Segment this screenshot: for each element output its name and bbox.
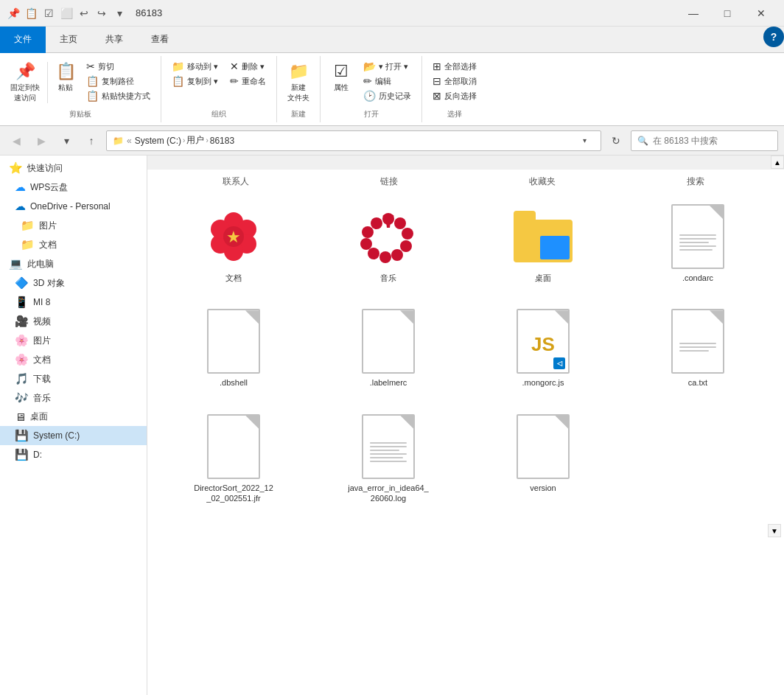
category-row: 联系人 链接 收藏夹 搜索 — [147, 170, 784, 191]
file-item-wendang[interactable]: ★ 文档 — [159, 197, 308, 290]
rename-button[interactable]: ✏ 重命名 — [225, 74, 270, 88]
open-button[interactable]: 📂 ▾ 打开 ▾ — [359, 59, 416, 74]
customize-icon[interactable]: ▾ — [112, 6, 127, 21]
sidebar-item-video[interactable]: 🎥 视频 — [0, 312, 147, 331]
sidebar-item-onedrive[interactable]: ☁ OneDrive - Personal — [0, 197, 147, 216]
sidebar-item-mi8[interactable]: 📱 MI 8 — [0, 293, 147, 312]
folder-doc-icon: 📁 — [21, 238, 35, 251]
file-icon-javaerror — [355, 413, 421, 480]
sidebar-item-wps[interactable]: ☁ WPS云盘 — [0, 178, 147, 197]
tab-view[interactable]: 查看 — [137, 27, 183, 52]
file-icon-version — [510, 413, 576, 480]
scissors-icon: ✂ — [86, 60, 95, 72]
file-item-dbshell[interactable]: .dbshell — [159, 301, 308, 394]
redo-icon[interactable]: ↪ — [94, 6, 109, 21]
file-item-directorsort[interactable]: DirectorSort_2022_12_02_002551.jfr — [159, 407, 308, 511]
tab-share[interactable]: 共享 — [91, 27, 137, 52]
close-button[interactable]: ✕ — [744, 0, 778, 27]
move-icon[interactable]: ⬜ — [59, 6, 74, 21]
sidebar-item-3d[interactable]: 🔷 3D 对象 — [0, 273, 147, 293]
delete-button[interactable]: ✕ 删除 ▾ — [225, 59, 270, 74]
edit-button[interactable]: ✏ 编辑 — [359, 74, 416, 88]
paste-button[interactable]: 📋 粘贴 — [51, 59, 80, 96]
copy-icon[interactable]: 📋 — [24, 6, 38, 21]
sidebar-item-systemc[interactable]: 💾 System (C:) — [0, 426, 147, 445]
help-button[interactable]: ? — [763, 27, 784, 47]
file-name-condarc: .condarc — [682, 273, 713, 283]
file-item-yinyue[interactable]: 音乐 — [314, 197, 463, 290]
ribbon-group-select: ⊞ 全部选择 ⊟ 全部取消 ⊠ 反向选择 选择 — [422, 56, 487, 122]
file-item-condarc[interactable]: .condarc — [623, 197, 772, 290]
phone-icon: 📱 — [15, 296, 29, 309]
organize-label: 组织 — [167, 106, 270, 119]
files-row1: ★ 文档 — [147, 191, 784, 296]
history-button[interactable]: 🕑 历史记录 — [359, 88, 416, 103]
up-button[interactable]: ↑ — [81, 130, 102, 151]
sidebar-label: 桌面 — [30, 411, 48, 423]
folder-icon: 📁 — [113, 136, 124, 146]
file-item-labelmerc[interactable]: .labelmerc — [314, 301, 463, 394]
properties-icon: ☑ — [334, 62, 349, 81]
new-folder-button[interactable]: 📁 新建 文件夹 — [283, 59, 314, 106]
sidebar-item-thispc[interactable]: 💻 此电脑 — [0, 254, 147, 273]
sidebar-label: WPS云盘 — [30, 181, 68, 194]
sidebar-item-drived[interactable]: 💾 D: — [0, 445, 147, 464]
recent-paths-button[interactable]: ▾ — [56, 130, 77, 151]
music-icon: 🎶 — [15, 391, 29, 405]
delete-icon: ✕ — [230, 60, 239, 72]
undo-icon[interactable]: ↩ — [77, 6, 91, 21]
tab-file[interactable]: 文件 — [0, 27, 46, 53]
search-input[interactable] — [653, 136, 771, 146]
search-box[interactable]: 🔍 — [631, 130, 778, 151]
file-item-zhuomian[interactable]: 桌面 — [469, 197, 617, 290]
category-contacts: 联系人 — [159, 172, 312, 191]
copy-to-button[interactable]: 📋 复制到 ▾ — [167, 74, 223, 88]
scroll-up-button[interactable]: ▲ — [771, 156, 784, 169]
sidebar-item-quickaccess[interactable]: ⭐ 快速访问 — [0, 158, 147, 178]
scroll-down-button[interactable]: ▼ — [768, 524, 781, 537]
sidebar-item-desktop[interactable]: 🖥 桌面 — [0, 408, 147, 426]
file-icon-dbshell — [200, 308, 267, 374]
pin-quickaccess-button[interactable]: 📌 固定到快 速访问 — [6, 59, 44, 106]
file-item-mongorc[interactable]: JS ◁ .mongorc.js — [469, 301, 617, 394]
pin-icon[interactable]: 📌 — [6, 6, 21, 21]
sidebar-item-pictures[interactable]: 📁 图片 — [0, 216, 147, 235]
sidebar-item-docs2[interactable]: 🌸 文档 — [0, 350, 147, 369]
file-item-version[interactable]: version — [469, 407, 617, 511]
minimize-button[interactable]: — — [676, 0, 710, 27]
address-box[interactable]: 📁 « System (C:) › 用户 › 86183 ▾ — [106, 130, 601, 151]
titlebar: 📌 📋 ☑ ⬜ ↩ ↪ ▾ 86183 — □ ✕ — [0, 0, 784, 27]
sidebar-item-pictures2[interactable]: 🌸 图片 — [0, 331, 147, 350]
tab-home[interactable]: 主页 — [46, 27, 91, 52]
paste-shortcut-button[interactable]: 📋 粘贴快捷方式 — [82, 88, 155, 103]
edit-icon: ✏ — [363, 75, 372, 87]
computer-icon: 💻 — [9, 257, 23, 270]
path-system[interactable]: System (C:) — [135, 136, 181, 146]
ribbon: 文件 主页 共享 查看 ? 📌 固定到快 速访问 📋 粘贴 — [0, 27, 784, 126]
sidebar-item-docs[interactable]: 📁 文档 — [0, 235, 147, 254]
select-label: 选择 — [428, 106, 481, 119]
checkbox-icon[interactable]: ☑ — [41, 6, 56, 21]
select-none-button[interactable]: ⊟ 全部取消 — [428, 74, 481, 88]
sidebar-item-music[interactable]: 🎶 音乐 — [0, 388, 147, 408]
cut-button[interactable]: ✂ 剪切 — [82, 59, 155, 74]
files-row2: .dbshell .labelmerc JS ◁ .mongorc.js — [147, 296, 784, 400]
properties-button[interactable]: ☑ 属性 — [326, 59, 356, 96]
window-controls: — □ ✕ — [676, 0, 778, 27]
move-to-button[interactable]: 📁 移动到 ▾ — [167, 59, 223, 74]
svg-point-14 — [379, 251, 391, 263]
path-users[interactable]: 用户 — [186, 134, 204, 147]
copy-path-button[interactable]: 📋 复制路径 — [82, 74, 155, 88]
path-current[interactable]: 86183 — [210, 136, 234, 146]
file-item-javaerror[interactable]: java_error_in_idea64_26060.log — [314, 407, 463, 511]
back-button: ◀ — [6, 130, 27, 151]
ribbon-group-new: 📁 新建 文件夹 新建 — [277, 56, 321, 122]
maximize-button[interactable]: □ — [710, 0, 744, 27]
invert-select-button[interactable]: ⊠ 反向选择 — [428, 88, 481, 103]
address-dropdown[interactable]: ▾ — [574, 130, 595, 151]
refresh-button[interactable]: ↻ — [606, 130, 626, 151]
sidebar-item-downloads[interactable]: 🎵 下载 — [0, 369, 147, 388]
svg-point-13 — [391, 249, 403, 261]
select-all-button[interactable]: ⊞ 全部选择 — [428, 59, 481, 74]
file-item-catxt[interactable]: ca.txt — [623, 301, 772, 394]
